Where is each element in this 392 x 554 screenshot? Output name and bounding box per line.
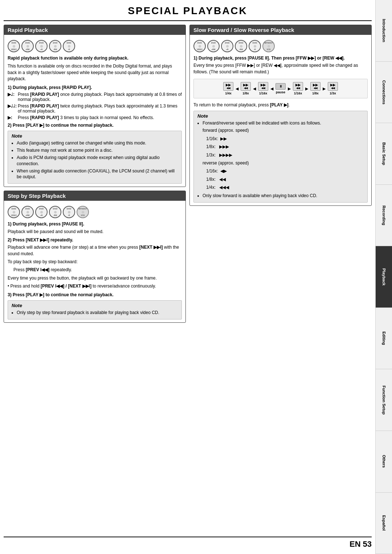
speed-arrow-6: ▶	[323, 86, 326, 91]
slow-note-title: Note	[197, 113, 364, 119]
slow-playback-body: DVD VIDEO DVD +RW	[190, 35, 371, 205]
rapid-intro: This function is available only on discs…	[8, 63, 182, 82]
rapid-note-item-2: This feature may not work at some point …	[17, 147, 178, 154]
step-note-item-1: Only step by step forward playback is av…	[17, 310, 178, 316]
rapid-disc-icons: DVD VIDEO DVD +RW	[8, 40, 182, 52]
disc-dvd-plus-rw: DVD +RW	[21, 40, 34, 52]
sidebar-tab-espanol[interactable]: Español	[376, 493, 392, 554]
disc-dvd-plus-r: DVD +R	[35, 40, 48, 52]
page-title: SPECIAL PLAYBACK	[4, 0, 372, 21]
speed-arrow-4: ▶	[288, 86, 291, 91]
slow-note-item-2: Only slow forward is available when play…	[203, 193, 364, 199]
rapid-step-1: ▶♩: Press [RAPID PLAY] once during playb…	[8, 92, 182, 102]
two-column-layout: Rapid Playback DVD VIDEO	[4, 25, 372, 534]
speed-cell-1-8x-fwd: ▶▶ ◀◀ 1/8x	[309, 82, 322, 95]
step-playback-section: Step by Step Playback DVD VIDEO	[4, 191, 186, 323]
slow-speed-list: forward (approx. speed) 1/16x: ▶▶ 1/8x: …	[203, 127, 364, 191]
slow-return-text: To return to the normal playback, press …	[193, 102, 368, 108]
slow-disc-icons: DVD VIDEO DVD +RW	[193, 40, 368, 52]
step-step2-hold: • Press and hold [PREV I◀◀] / [NEXT ▶▶I]…	[8, 283, 182, 289]
step-disc-dvd-minus-r: DVD -R	[63, 206, 75, 218]
slow-disc-dvd-minus-rw: DVD -RW	[235, 40, 247, 52]
speed-arrow-3: ◀	[270, 86, 273, 91]
speed-diagram: ▶▶ ◀◀ 1/4x ◀ ▶▶ ◀◀ 1/8x	[193, 79, 368, 98]
slow-disc-vcd: WITHOUT VCD	[262, 40, 275, 52]
rapid-playback-section: Rapid Playback DVD VIDEO	[4, 25, 186, 187]
slow-step1-label: 1) During playback, press [PAUSE II]. Th…	[193, 55, 368, 61]
disc-dvd-minus-rw: DVD -RW	[49, 40, 61, 52]
footer-page-number: 53	[363, 539, 372, 549]
left-column: Rapid Playback DVD VIDEO	[4, 25, 186, 534]
rapid-note-list: Audio (language) setting cannot be chang…	[17, 140, 178, 180]
disc-dvd-video: DVD VIDEO	[8, 40, 20, 52]
step-disc-icons: DVD VIDEO DVD +RW	[8, 206, 182, 218]
rapid-step-3: ▶: Press [RAPID PLAY] 3 times to play ba…	[8, 115, 182, 120]
speed-cell-pause: ⏸ pause	[274, 83, 287, 94]
page-footer: EN 53	[4, 537, 372, 550]
step-step1-detail: Playback will be paused and sound will b…	[8, 229, 182, 235]
step-disc-dvd-plus-r: DVD +R	[35, 206, 48, 218]
speed-arrow-2: ◀	[253, 86, 256, 91]
rapid-note-item-4: When using digital audio connection (COA…	[17, 168, 178, 180]
rapid-playback-body: DVD VIDEO DVD +RW	[4, 35, 185, 187]
slow-playback-header: Slow Forward / Slow Reverse Playback	[190, 25, 371, 35]
step-step3-label: 3) Press [PLAY ▶] to continue the normal…	[8, 292, 182, 298]
right-column: Slow Forward / Slow Reverse Playback DVD…	[189, 25, 372, 534]
step-step2-detail: Playback will advance one frame (or step…	[8, 244, 182, 257]
speed-cell-1-16x-rev: ▶▶ ◀◀ 1/16x	[256, 82, 270, 95]
main-content: SPECIAL PLAYBACK Rapid Playback DVD VID	[0, 0, 375, 554]
rapid-step2-label: 2) Press [PLAY ▶] to continue the normal…	[8, 122, 182, 129]
slow-playback-section: Slow Forward / Slow Reverse Playback DVD…	[189, 25, 372, 206]
step-step2-label: 2) Press [NEXT ▶▶I] repeatedly.	[8, 237, 182, 243]
disc-dvd-minus-r: DVD -R	[63, 40, 75, 52]
rapid-note-item-1: Audio (language) setting cannot be chang…	[17, 140, 178, 146]
step-disc-dvd-minus-rw: DVD -RW	[49, 206, 61, 218]
sidebar: Introduction Connections Basic Setup Rec…	[375, 0, 392, 554]
sidebar-tab-connections[interactable]: Connections	[376, 62, 392, 123]
speed-arrow-1: ◀	[236, 86, 238, 91]
speed-cell-1-16x-fwd: ▶▶ ◀◀ 1/16x	[291, 82, 305, 95]
rapid-step-2: ▶♩♩: Press [RAPID PLAY] twice during pla…	[8, 103, 182, 114]
footer-en-label: EN	[350, 539, 361, 549]
sidebar-tab-introduction[interactable]: Introduction	[376, 0, 392, 62]
rapid-note-item-3: Audio is PCM during rapid playback mode …	[17, 155, 178, 167]
speed-cell-1-4x-rev: ▶▶ ◀◀ 1/4x	[221, 82, 235, 95]
speed-cell-1-3x-fwd: ▶▶ ◀◀ 1/3x	[326, 82, 340, 95]
sidebar-tab-recording[interactable]: Recording	[376, 185, 392, 247]
speed-arrow-5: ▶	[305, 86, 308, 91]
step-step2-prev: Press [PREV I◀◀] repeatedly.	[13, 267, 182, 273]
slow-disc-dvd-video: DVD VIDEO	[193, 40, 206, 52]
sidebar-tab-function-setup[interactable]: Function Setup	[376, 369, 392, 431]
sidebar-tab-playback[interactable]: Playback	[376, 246, 392, 308]
rapid-step1-label: 1) During playback, press [RAPID PLAY].	[8, 85, 182, 91]
slow-note-list: Forward/reverse speed will be indicated …	[203, 120, 364, 126]
step-disc-dvd-video: DVD VIDEO	[8, 206, 20, 218]
slow-disc-dvd-minus-r: DVD -R	[249, 40, 261, 52]
rapid-note-title: Note	[12, 133, 178, 139]
slow-note-item-1: Forward/reverse speed will be indicated …	[203, 120, 364, 126]
step-disc-vcd: WITHOUT VCD	[77, 206, 89, 218]
step-playback-header: Step by Step Playback	[4, 191, 185, 201]
step-note-title: Note	[12, 303, 178, 308]
step-disc-dvd-plus-rw: DVD +RW	[21, 206, 34, 218]
speed-cell-1-8x-rev: ▶▶ ◀◀ 1/8x	[239, 82, 253, 95]
slow-note-box: Note Forward/reverse speed will be indic…	[193, 111, 368, 203]
rapid-playback-header: Rapid Playback	[4, 25, 185, 35]
sidebar-tab-editing[interactable]: Editing	[376, 308, 392, 370]
slow-disc-dvd-plus-r: DVD +R	[221, 40, 233, 52]
sidebar-tab-basic-setup[interactable]: Basic Setup	[376, 123, 392, 185]
step-step1-label: 1) During playback, press [PAUSE II].	[8, 221, 182, 227]
step-note-list: Only step by step forward playback is av…	[17, 310, 178, 316]
rapid-note-box: Note Audio (language) setting cannot be …	[8, 131, 182, 184]
step-note-box: Note Only step by step forward playback …	[8, 300, 182, 319]
slow-disc-dvd-plus-rw: DVD +RW	[207, 40, 220, 52]
step-playback-body: DVD VIDEO DVD +RW	[4, 201, 185, 322]
step-step2-prev2: Every time you press the button, the pla…	[8, 275, 182, 281]
sidebar-tab-others[interactable]: Others	[376, 431, 392, 493]
rapid-intro-bold: Rapid playback function is available onl…	[8, 55, 182, 61]
step-step2-backward: To play back step by step backward:	[8, 259, 182, 265]
slow-step1-detail: Every time you press [FFW ▶▶] or [REW ◀◀…	[193, 62, 368, 75]
